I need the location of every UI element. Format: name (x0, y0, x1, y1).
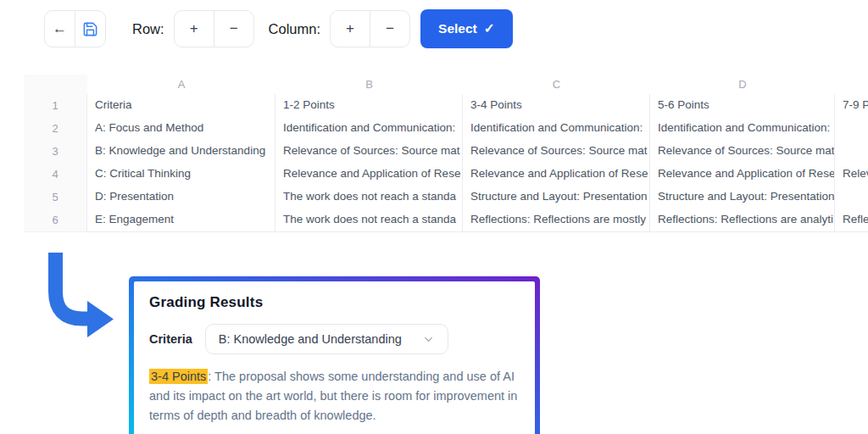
criteria-dropdown-value: B: Knowledge and Understanding (219, 332, 402, 346)
spreadsheet-cell[interactable] (835, 117, 868, 141)
spreadsheet-cell[interactable]: Reflections: Reflections are (835, 209, 868, 232)
spreadsheet-cell[interactable] (835, 186, 868, 209)
row-number: 2 (24, 117, 87, 141)
column-letter (835, 75, 868, 94)
points-highlight: 3-4 Points (149, 369, 208, 384)
corner-cell (24, 75, 87, 94)
table-row: 1Criteria1-2 Points3-4 Points5-6 Points7… (24, 94, 868, 117)
table-row: 2A: Focus and MethodIdentification and C… (24, 117, 868, 140)
spreadsheet-cell[interactable]: Relevance of Sources: Source mat (275, 140, 463, 164)
select-button-label: Select (438, 21, 477, 36)
arrow-left-icon: ← (53, 20, 67, 37)
row-number: 4 (24, 163, 87, 186)
spreadsheet-cell[interactable]: Reflections: Reflections are analyti (650, 209, 835, 232)
table-row: 4C: Critical ThinkingRelevance and Appli… (24, 163, 868, 186)
spreadsheet-cell[interactable]: Identification and Communication: (463, 117, 650, 141)
spreadsheet-cell[interactable]: D: Presentation (87, 186, 275, 209)
spreadsheet-cell[interactable]: Criteria (87, 94, 275, 118)
grading-results-card: Grading Results Criteria B: Knowledge an… (129, 276, 540, 434)
spreadsheet-cell[interactable]: 1-2 Points (275, 94, 463, 118)
spreadsheet-cell[interactable]: Relevance and Application of Rese (835, 163, 868, 186)
column-letter: A (87, 75, 275, 94)
back-button[interactable]: ← (44, 10, 75, 47)
spreadsheet-cell[interactable]: Structure and Layout: Presentation (463, 186, 650, 209)
criteria-dropdown[interactable]: B: Knowledge and Understanding (205, 324, 448, 354)
row-number: 3 (24, 140, 87, 164)
toolbar: ← Row: + − Column: + − Select ✓ (44, 9, 513, 48)
select-button[interactable]: Select ✓ (420, 9, 513, 48)
chevron-down-icon (422, 333, 435, 346)
column-remove-button[interactable]: − (370, 10, 410, 47)
spreadsheet-cell[interactable] (835, 140, 868, 164)
column-letter: B (275, 75, 463, 94)
spreadsheet-cell[interactable]: Reflections: Reflections are mostly (463, 209, 650, 232)
row-number: 5 (24, 186, 87, 209)
spreadsheet-cell[interactable]: 7-9 Points (835, 94, 868, 118)
spreadsheet-cell[interactable]: Relevance and Application of Rese (463, 163, 650, 186)
spreadsheet-cell[interactable]: A: Focus and Method (87, 117, 275, 141)
spreadsheet-cell[interactable]: C: Critical Thinking (87, 163, 275, 186)
spreadsheet: ABCD1Criteria1-2 Points3-4 Points5-6 Poi… (24, 75, 868, 231)
row-add-button[interactable]: + (174, 10, 214, 47)
spreadsheet-cell[interactable]: Relevance of Sources: Source mat (650, 140, 835, 164)
table-row: 6E: EngagementThe work does not reach a … (24, 209, 868, 231)
row-number: 6 (24, 209, 87, 232)
column-letter: D (650, 75, 835, 94)
grading-result-text: 3-4 Points: The proposal shows some unde… (149, 367, 536, 426)
spreadsheet-cell[interactable]: B: Knowledge and Understanding (87, 140, 275, 164)
column-letter: C (463, 75, 650, 94)
save-floppy-icon (82, 21, 98, 37)
row-label: Row: (132, 21, 164, 37)
spreadsheet-cell[interactable]: 3-4 Points (463, 94, 650, 118)
spreadsheet-cell[interactable]: The work does not reach a standa (275, 209, 463, 232)
spreadsheet-cell[interactable]: Identification and Communication: (275, 117, 463, 141)
row-number: 1 (24, 94, 87, 118)
save-button[interactable] (75, 10, 106, 47)
table-row: 5D: PresentationThe work does not reach … (24, 186, 868, 209)
table-row: 3B: Knowledge and UnderstandingRelevance… (24, 140, 868, 163)
pointer-arrow-icon (41, 248, 121, 348)
column-label: Column: (269, 21, 320, 37)
spreadsheet-cell[interactable]: The work does not reach a standa (275, 186, 463, 209)
column-add-button[interactable]: + (330, 10, 370, 47)
spreadsheet-cell[interactable]: Relevance and Application of Rese (275, 163, 463, 186)
card-title: Grading Results (149, 294, 520, 311)
criteria-label: Criteria (149, 332, 192, 346)
spreadsheet-cell[interactable]: Relevance of Sources: Source mat (463, 140, 650, 164)
spreadsheet-cell[interactable]: Identification and Communication: (650, 117, 835, 141)
spreadsheet-cell[interactable]: Structure and Layout: Presentation (650, 186, 835, 209)
column-letters-row: ABCD (24, 75, 868, 94)
spreadsheet-cell[interactable]: Relevance and Application of Rese (650, 163, 835, 186)
spreadsheet-cell[interactable]: 5-6 Points (650, 94, 835, 118)
check-icon: ✓ (484, 21, 495, 36)
row-remove-button[interactable]: − (214, 10, 254, 47)
spreadsheet-cell[interactable]: E: Engagement (87, 209, 275, 232)
